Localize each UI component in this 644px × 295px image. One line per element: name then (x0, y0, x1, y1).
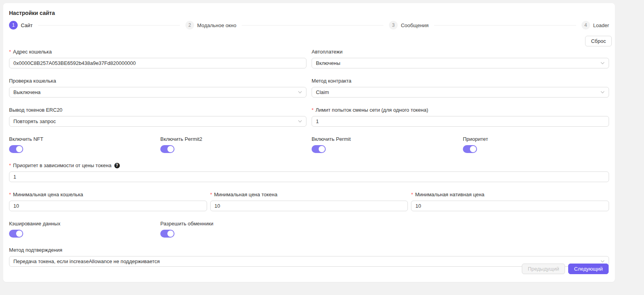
field-enable-nft: Включить NFT (9, 136, 155, 153)
step-label: Сообщения (401, 22, 429, 28)
field-wallet-address: *Адрес кошелька (9, 49, 306, 68)
field-confirmation-method: Метод подтверждения Передача токена, есл… (9, 247, 609, 267)
toggle-knob (167, 230, 174, 237)
toggle-knob (16, 146, 22, 152)
step-number: 4 (582, 21, 590, 30)
field-priority: Приоритет (463, 136, 609, 153)
data-caching-toggle[interactable] (9, 230, 23, 238)
field-label: * Приоритет в зависимости от цены токена… (9, 162, 609, 168)
enable-nft-toggle[interactable] (9, 145, 23, 153)
field-allow-exchangers: Разрешить обменники (160, 221, 306, 238)
step-number: 1 (9, 21, 18, 30)
field-label: *Лимит попыток смены сети (для одного то… (312, 107, 609, 113)
step-modal[interactable]: 2 Модальное окно (185, 21, 237, 30)
field-min-token-price: *Минимальная цена токена (210, 192, 408, 211)
toggle-knob (167, 146, 174, 152)
wizard-footer: Предыдущий Следующий (522, 264, 609, 274)
field-enable-permit: Включить Permit (312, 136, 458, 153)
toggle-knob (16, 230, 22, 237)
wallet-address-input[interactable] (9, 58, 306, 68)
wallet-check-select[interactable]: Выключена (9, 87, 306, 98)
stepper-line (434, 25, 576, 26)
chevron-down-icon (600, 61, 605, 65)
min-token-price-input[interactable] (210, 201, 408, 211)
field-label: Разрешить обменники (160, 221, 306, 227)
required-asterisk: * (9, 49, 11, 55)
field-label: Включить Permit (312, 136, 458, 142)
enable-permit-toggle[interactable] (312, 145, 326, 153)
required-asterisk: * (210, 192, 212, 197)
field-label: *Минимальная нативная цена (411, 192, 609, 197)
field-label: Приоритет (463, 136, 609, 142)
priority-by-token-price-input[interactable] (9, 171, 609, 182)
required-asterisk: * (9, 162, 11, 168)
field-wallet-check: Проверка кошелька Выключена (9, 78, 306, 98)
stepper-line (38, 25, 180, 26)
field-label: *Минимальная цена токена (210, 192, 408, 197)
step-loader[interactable]: 4 Loader (582, 21, 609, 30)
step-number: 3 (389, 21, 398, 30)
erc20-withdraw-select[interactable]: Повторять запрос (9, 116, 306, 127)
priority-toggle[interactable] (463, 145, 477, 153)
step-messages[interactable]: 3 Сообщения (389, 21, 429, 30)
site-settings-card: Настройки сайта 1 Сайт 2 Модальное окно … (3, 3, 615, 282)
min-wallet-price-input[interactable] (9, 201, 207, 211)
step-number: 2 (185, 21, 194, 30)
field-priority-by-token-price: * Приоритет в зависимости от цены токена… (9, 162, 609, 182)
stepper: 1 Сайт 2 Модальное окно 3 Сообщения 4 Lo… (9, 21, 609, 30)
toggle-knob (470, 146, 476, 152)
field-enable-permit2: Включить Permit2 (160, 136, 306, 153)
field-label: Включить NFT (9, 136, 155, 142)
required-asterisk: * (411, 192, 413, 197)
field-label: Метод контракта (312, 78, 609, 84)
confirmation-method-select[interactable]: Передача токена, если increaseAllowance … (9, 256, 609, 267)
step-label: Сайт (21, 22, 33, 28)
chevron-down-icon (600, 259, 605, 264)
field-label: Включить Permit2 (160, 136, 306, 142)
stepper-line (242, 25, 383, 26)
field-network-switch-limit: *Лимит попыток смены сети (для одного то… (312, 107, 609, 127)
required-asterisk: * (9, 192, 11, 197)
reset-button[interactable]: Сброс (585, 36, 612, 46)
step-label: Модальное окно (197, 22, 237, 28)
toggle-knob (319, 146, 325, 152)
chevron-down-icon (298, 119, 302, 124)
field-erc20-withdraw: Вывод токенов ERC20 Повторять запрос (9, 107, 306, 127)
field-autopayments: Автоплатежи Включены (312, 49, 609, 68)
step-site[interactable]: 1 Сайт (9, 21, 33, 30)
next-button[interactable]: Следующий (568, 264, 609, 274)
enable-permit2-toggle[interactable] (160, 145, 174, 153)
autopayments-select[interactable]: Включены (312, 58, 609, 68)
field-contract-method: Метод контракта Claim (312, 78, 609, 98)
field-label: *Минимальная цена кошелька (9, 192, 207, 197)
chevron-down-icon (600, 90, 605, 94)
chevron-down-icon (298, 90, 302, 94)
field-label: Вывод токенов ERC20 (9, 107, 306, 113)
required-asterisk: * (312, 107, 314, 113)
field-label: Кэширование данных (9, 221, 155, 227)
allow-exchangers-toggle[interactable] (160, 230, 174, 238)
network-switch-limit-input[interactable] (312, 116, 609, 127)
field-label: *Адрес кошелька (9, 49, 306, 55)
field-min-wallet-price: *Минимальная цена кошелька (9, 192, 207, 211)
field-label: Проверка кошелька (9, 78, 306, 84)
field-label: Метод подтверждения (9, 247, 609, 253)
contract-method-select[interactable]: Claim (312, 87, 609, 98)
min-native-price-input[interactable] (411, 201, 609, 211)
step-label: Loader (593, 22, 609, 28)
field-data-caching: Кэширование данных (9, 221, 155, 238)
page-title: Настройки сайта (9, 10, 612, 16)
field-min-native-price: *Минимальная нативная цена (411, 192, 609, 211)
field-label: Автоплатежи (312, 49, 609, 55)
previous-button[interactable]: Предыдущий (522, 264, 565, 274)
help-icon[interactable]: ? (114, 163, 120, 168)
